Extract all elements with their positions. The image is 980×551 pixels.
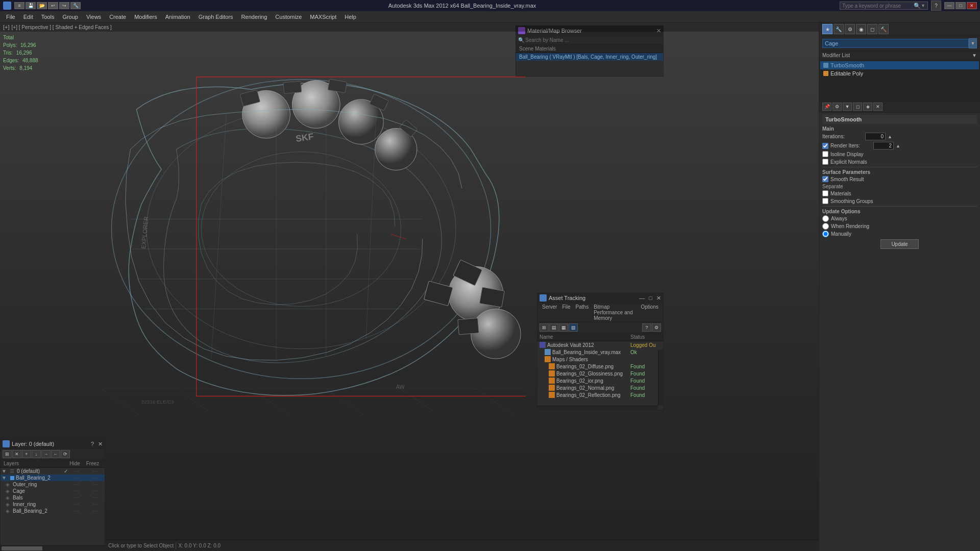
menu-views[interactable]: Views (82, 13, 105, 21)
asset-minimize-btn[interactable]: — (639, 295, 645, 301)
ts-iterations-up[interactable]: ▲ (888, 134, 892, 139)
ts-render-iters-input[interactable] (873, 142, 894, 149)
asset-row-vault[interactable]: Autodesk Vault 2012 Logged Ou (537, 341, 663, 348)
layers-tb-remove[interactable]: ✕ (12, 450, 21, 458)
menu-group[interactable]: Group (58, 13, 82, 21)
layer-row-default[interactable]: ▼ ☰ 0 (default) ✓ ··· ··· (1, 468, 105, 474)
asset-vscrollbar[interactable] (658, 349, 663, 406)
pin-modifier-btn[interactable]: 📌 (822, 103, 831, 111)
cage-field[interactable]: ▼ (819, 36, 980, 51)
ts-always-radio[interactable] (822, 215, 829, 222)
layers-tb-down[interactable]: ↓ (32, 450, 41, 458)
asset-row-diffuse[interactable]: Bearings_02_Diffuse.png Found (537, 363, 663, 370)
menu-icon[interactable]: ≡ (14, 2, 24, 9)
make-unique-btn[interactable]: ◈ (863, 103, 872, 111)
asset-tb-btn3[interactable]: ▦ (559, 323, 568, 332)
asset-row-ior[interactable]: Bearings_02_ior.png Found (537, 377, 663, 384)
cage-dropdown-btn[interactable]: ▼ (969, 38, 977, 48)
viewport-plus-btn[interactable]: [+] (3, 24, 10, 30)
mat-item[interactable]: Ball_Bearing ( VRayMtl ) [Bals, Cage, In… (516, 53, 663, 61)
modify-tab-icon[interactable]: 🔧 (834, 24, 844, 34)
asset-menu-server[interactable]: Server (540, 304, 559, 321)
ts-update-button[interactable]: Update (880, 239, 918, 249)
asset-row-maxfile[interactable]: Ball_Bearing_Inside_vray.max Ok (537, 348, 663, 356)
layer-row-ball-bearing-sub[interactable]: ◈ Ball_Bearing_2 ··· ··· (5, 508, 105, 514)
utility-tab-icon[interactable]: 🔨 (878, 24, 889, 34)
ts-explicit-normals-checkbox[interactable] (822, 159, 828, 165)
layer-expand-default[interactable]: ▼ (2, 468, 10, 474)
configure-modifier-btn[interactable]: ⚙ (832, 103, 842, 111)
layers-tb-view[interactable]: ⊞ (3, 450, 12, 458)
layer-row-ball-bearing-2[interactable]: ▼ Ball_Bearing_2 ··· ··· (1, 474, 105, 481)
menu-tools[interactable]: Tools (37, 13, 59, 21)
motion-tab-icon[interactable]: ◉ (856, 24, 866, 34)
search-options-icon[interactable]: ▼ (921, 3, 925, 8)
asset-row-reflection[interactable]: Bearings_02_Reflection.png Found (537, 391, 663, 398)
ts-render-iters-checkbox[interactable] (822, 143, 828, 149)
show-subtree-btn[interactable]: ▼ (843, 103, 852, 111)
ts-when-rendering-radio[interactable] (822, 223, 829, 230)
ts-render-up[interactable]: ▲ (896, 143, 900, 148)
asset-tb-settings[interactable]: ⚙ (652, 323, 661, 332)
asset-menu-bitmap-perf[interactable]: Bitmap Performance and Memory (591, 304, 638, 321)
search-input[interactable] (842, 3, 914, 9)
menu-help[interactable]: Help (340, 13, 360, 21)
menu-file[interactable]: File (2, 13, 19, 21)
mat-search-row[interactable]: 🔍 (516, 36, 663, 45)
search-box[interactable]: 🔍 ▼ (840, 2, 928, 10)
menu-modifiers[interactable]: Modifiers (130, 13, 161, 21)
display-tab-icon[interactable]: ◻ (867, 24, 877, 34)
layers-tb-add[interactable]: + (22, 450, 31, 458)
asset-row-glossiness[interactable]: Bearings_02_Glossiness.png Found (537, 370, 663, 377)
create-tab-icon[interactable]: ★ (822, 24, 832, 34)
asset-close-btn[interactable]: ✕ (656, 295, 661, 302)
asset-row-maps-folder[interactable]: Maps / Shaders (537, 356, 663, 363)
menu-edit[interactable]: Edit (19, 13, 37, 21)
layer-row-inner-ring[interactable]: ◈ Inner_ring ··· ··· (5, 501, 105, 508)
layers-help-btn[interactable]: ? (91, 441, 94, 447)
remove-modifier-btn[interactable]: ✕ (873, 103, 883, 111)
layer-row-bals[interactable]: ◈ Bals ··· ··· (5, 494, 105, 501)
ts-smooth-result-checkbox[interactable] (822, 176, 828, 182)
asset-tb-btn2[interactable]: ▤ (549, 323, 558, 332)
layer-row-cage[interactable]: ◈ Cage ··· ··· (5, 488, 105, 494)
ts-smoothing-groups-checkbox[interactable] (822, 198, 828, 204)
ts-isoline-checkbox[interactable] (822, 151, 828, 157)
layers-scroll-thumb[interactable] (2, 546, 42, 550)
mat-search-input[interactable] (525, 37, 661, 43)
modifier-item-turbosmooth[interactable]: TurboSmooth (820, 61, 979, 69)
menu-create[interactable]: Create (105, 13, 130, 21)
quick-access-save[interactable]: 💾 (26, 2, 36, 9)
layer-row-outer-ring[interactable]: ◈ Outer_ring ··· ··· (5, 481, 105, 488)
restore-btn[interactable]: □ (955, 2, 966, 9)
minimize-btn[interactable]: — (944, 2, 954, 9)
layers-scrollbar[interactable] (1, 545, 105, 550)
asset-menu-options[interactable]: Options (639, 304, 661, 321)
quick-access-redo[interactable]: ↪ (59, 2, 69, 9)
show-result-btn[interactable]: ◻ (853, 103, 862, 111)
help-btn[interactable]: ? (931, 1, 941, 11)
layer-expand-ball-bearing[interactable]: ▼ (2, 475, 10, 481)
layers-tb-left[interactable]: ← (51, 450, 60, 458)
asset-tb-btn1[interactable]: ⊞ (540, 323, 549, 332)
quick-access-undo[interactable]: ↩ (48, 2, 58, 9)
menu-rendering[interactable]: Rendering (237, 13, 272, 21)
asset-tb-help[interactable]: ? (642, 323, 651, 332)
menu-animation[interactable]: Animation (161, 13, 194, 21)
viewport[interactable]: [+] [+] [ Perspective ] [ Shaded + Edged… (0, 22, 819, 551)
close-btn[interactable]: ✕ (967, 2, 977, 9)
cage-name-input[interactable] (822, 39, 969, 48)
asset-menu-file[interactable]: File (559, 304, 573, 321)
menu-customize[interactable]: Customize (271, 13, 306, 21)
hierarchy-tab-icon[interactable]: ⚙ (845, 24, 855, 34)
quick-access-btn1[interactable]: 🔧 (70, 2, 81, 9)
quick-access-open[interactable]: 📂 (37, 2, 47, 9)
asset-menu-paths[interactable]: Paths (573, 304, 592, 321)
ts-iterations-input[interactable] (865, 133, 886, 140)
asset-row-normal[interactable]: Bearings_02_Normal.png Found (537, 384, 663, 391)
menu-maxscript[interactable]: MAXScript (306, 13, 340, 21)
layers-close-btn[interactable]: ✕ (98, 441, 103, 447)
ts-materials-checkbox[interactable] (822, 190, 828, 196)
asset-restore-btn[interactable]: □ (649, 295, 652, 301)
layers-tb-right[interactable]: → (41, 450, 51, 458)
